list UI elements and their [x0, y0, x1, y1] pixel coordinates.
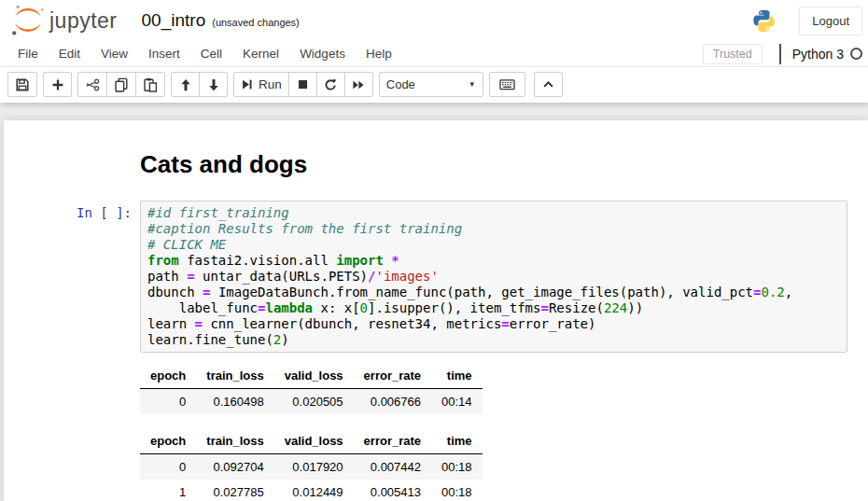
markdown-cell[interactable]: Cats and dogs: [4, 152, 868, 176]
copy-cell-button[interactable]: [106, 72, 136, 97]
chevron-up-button[interactable]: [534, 72, 563, 97]
table-cell: 0: [140, 389, 196, 415]
stop-button[interactable]: [288, 72, 317, 97]
collapse-group: [534, 72, 563, 97]
table-cell: 0.005413: [354, 480, 431, 501]
kernel-indicator: Python 3: [779, 44, 862, 64]
cut-cell-button[interactable]: [77, 72, 107, 97]
table-cell: 0.027785: [196, 480, 273, 501]
notebook-site: Cats and dogs In [ ]: #id first_training…: [0, 103, 868, 501]
code-line: #id first_training: [147, 205, 840, 221]
paste-cell-icon: [143, 77, 158, 92]
move-cell-down-button[interactable]: [199, 72, 228, 97]
kernel-idle-icon: [850, 48, 862, 60]
step-forward-run-icon: [241, 78, 253, 90]
table-header-cell: epoch: [140, 364, 196, 389]
table-cell: 00:18: [431, 454, 483, 480]
save-icon: [15, 77, 30, 92]
restart-run-all-button[interactable]: [344, 72, 373, 97]
run-group: Run: [233, 72, 373, 97]
notebook-container: Cats and dogs In [ ]: #id first_training…: [4, 120, 868, 501]
menu-edit[interactable]: Edit: [49, 42, 91, 65]
python-icon: [751, 8, 777, 34]
table-header-cell: train_loss: [196, 364, 273, 389]
jupyter-app: jupyter 00_intro (unsaved changes) Logou…: [0, 0, 868, 501]
jupyter-logo-icon: [9, 4, 47, 37]
table-cell: 0.160498: [196, 389, 273, 415]
table-row: 10.0277850.0124490.00541300:18: [140, 480, 483, 501]
output-table: epochtrain_lossvalid_losserror_ratetime0…: [140, 429, 483, 501]
logout-button[interactable]: Logout: [799, 7, 862, 35]
table-cell: 0.012449: [274, 480, 354, 501]
save-group: [7, 72, 37, 97]
table-header-cell: epoch: [140, 429, 196, 454]
table-header-cell: error_rate: [354, 429, 431, 454]
paste-cell-button[interactable]: [135, 72, 165, 97]
run-button[interactable]: Run: [233, 72, 289, 97]
table-cell: 0: [140, 454, 196, 480]
save-button[interactable]: [7, 72, 37, 97]
code-cell[interactable]: In [ ]: #id first_training#caption Resul…: [4, 201, 868, 353]
kernel-name: Python 3: [792, 47, 844, 62]
menubar-right: Trusted Python 3: [703, 44, 862, 64]
table-header-row: epochtrain_lossvalid_losserror_ratetime: [140, 364, 483, 389]
cut-cell-icon: [85, 77, 100, 92]
table-cell: 00:18: [431, 480, 483, 501]
table-header-row: epochtrain_lossvalid_losserror_ratetime: [140, 429, 483, 454]
code-cell-input[interactable]: #id first_training#caption Results from …: [140, 201, 847, 353]
code-line: #caption Results from the first training: [147, 221, 840, 237]
notebook-heading: Cats and dogs: [140, 152, 307, 176]
code-line: # CLICK ME: [147, 237, 840, 253]
chevron-down-icon: ▼: [469, 80, 476, 89]
table-header-cell: valid_loss: [274, 429, 354, 454]
command-palette-keyboard-icon: [499, 77, 515, 91]
menu-items: FileEditViewInsertCellKernelWidgetsHelp: [7, 42, 402, 65]
code-line: learn.fine_tune(2): [147, 332, 840, 348]
checkpoint-status: (unsaved changes): [212, 17, 300, 28]
table-cell: 0.007442: [354, 454, 431, 480]
restart-kernel-button[interactable]: [316, 72, 345, 97]
code-line: from fastai2.vision.all import *: [147, 253, 840, 269]
table-header-cell: train_loss: [196, 429, 273, 454]
jupyter-logo[interactable]: jupyter: [9, 4, 118, 37]
menu-insert[interactable]: Insert: [138, 42, 190, 65]
table-cell: 0.092704: [196, 454, 273, 480]
table-header-cell: time: [431, 429, 483, 454]
table-row: 00.0927040.0179200.00744200:18: [140, 454, 483, 480]
move-cell-up-icon: [179, 78, 192, 91]
table-cell: 0.006766: [354, 389, 431, 415]
menu-kernel[interactable]: Kernel: [232, 42, 289, 65]
header-block: jupyter 00_intro (unsaved changes) Logou…: [0, 0, 868, 103]
menu-help[interactable]: Help: [356, 42, 402, 65]
menu-file[interactable]: File: [7, 42, 49, 65]
table-cell: 1: [140, 480, 196, 501]
move-cell-up-button[interactable]: [171, 72, 200, 97]
menu-widgets[interactable]: Widgets: [289, 42, 356, 65]
notebook-title[interactable]: 00_intro: [142, 10, 206, 31]
table-header-cell: error_rate: [354, 364, 431, 389]
notebook-header: jupyter 00_intro (unsaved changes) Logou…: [0, 0, 868, 41]
cell-type-select[interactable]: Code ▼: [379, 72, 483, 97]
move-cell-down-icon: [207, 78, 220, 91]
trusted-badge[interactable]: Trusted: [703, 44, 763, 64]
restart-kernel-icon: [324, 78, 337, 91]
menu-cell[interactable]: Cell: [190, 42, 232, 65]
chevron-up-icon: [542, 78, 554, 90]
add-cell-button[interactable]: [43, 72, 72, 97]
markdown-prompt: [4, 152, 140, 176]
table-row: 00.1604980.0205050.00676600:14: [140, 389, 483, 415]
menubar: FileEditViewInsertCellKernelWidgetsHelp …: [0, 41, 868, 67]
restart-run-all-icon: [352, 78, 365, 91]
move-group: [171, 72, 228, 97]
toolbar: Run: [0, 67, 868, 103]
copy-cell-icon: [114, 77, 129, 92]
jupyter-logo-text: jupyter: [49, 8, 118, 34]
command-palette-button[interactable]: [489, 72, 525, 97]
menu-view[interactable]: View: [91, 42, 138, 65]
edit-group: [77, 72, 165, 97]
code-lines: #id first_training#caption Results from …: [147, 205, 840, 348]
stop-icon: [297, 78, 309, 90]
output-area: epochtrain_lossvalid_losserror_ratetime0…: [4, 364, 868, 501]
output-prompt: [4, 364, 140, 501]
add-cell-icon: [51, 78, 64, 91]
